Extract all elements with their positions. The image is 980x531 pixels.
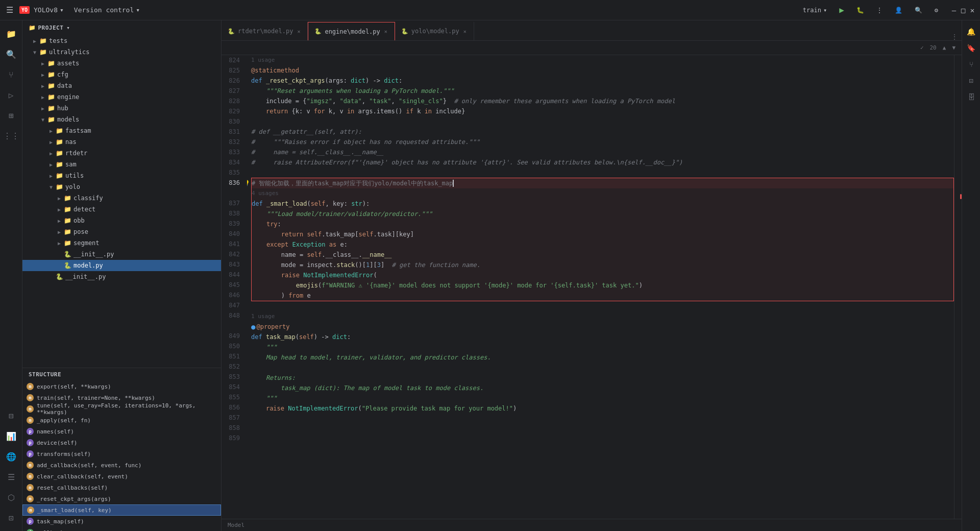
struct-label-smart-load: _smart_load(self, key): [37, 507, 112, 514]
tab-close-rtdetr[interactable]: ✕: [296, 28, 301, 35]
project-label: YOLOv8: [34, 6, 58, 14]
terminal-button[interactable]: ⊡: [964, 74, 978, 88]
user-button[interactable]: 👤: [891, 5, 906, 15]
tree-label-yolo: yolo: [65, 183, 221, 190]
struct-item-export[interactable]: m export(self, **kwargs): [22, 381, 221, 392]
tree-item-engine[interactable]: ▶ 📁 engine: [22, 91, 221, 103]
tab-close-yolo[interactable]: ✕: [462, 28, 468, 35]
close-button[interactable]: ✕: [969, 7, 976, 14]
tree-item-yolo[interactable]: ▼ 📁 yolo: [22, 181, 221, 192]
tree-label-init-models: __init__.py: [65, 273, 221, 280]
struct-item-smart-load[interactable]: m _smart_load(self, key): [22, 504, 221, 516]
activity-item-git[interactable]: ⑂: [2, 65, 20, 84]
tab-engine[interactable]: 🐍 engine\model.py ✕: [308, 22, 395, 40]
struct-item-names[interactable]: p names(self): [22, 426, 221, 437]
struct-item-device[interactable]: p device(self): [22, 437, 221, 448]
tree-item-classify[interactable]: ▶ 📁 classify: [22, 192, 221, 204]
fn-name-826: _reset_ckpt_args: [266, 76, 325, 86]
git-button[interactable]: ⑂: [964, 57, 978, 71]
comment-832: # """Raises error if object has no reque…: [251, 137, 480, 147]
structure-header: Structure: [22, 368, 221, 381]
bookmarks-button[interactable]: 🔖: [964, 41, 978, 55]
tab-rtdetr[interactable]: 🐍 rtdetr\model.py ✕: [222, 22, 308, 40]
line-num-859: 859: [222, 433, 243, 443]
struct-label-tune: tune(self, use_ray=False, iterations=10,…: [37, 402, 217, 416]
activity-item-chart[interactable]: 📊: [2, 427, 20, 445]
notifications-button[interactable]: 🔔: [964, 25, 978, 39]
tree-arrow-data: ▶: [39, 83, 47, 89]
decorator-825: @staticmethod: [251, 65, 299, 76]
struct-item-add-callback[interactable]: m add_callback(self, event, func): [22, 460, 221, 471]
struct-item-clear-callback[interactable]: m clear_callback(self, event): [22, 471, 221, 482]
tree-item-cfg[interactable]: ▶ 📁 cfg: [22, 69, 221, 80]
struct-item-callbacks[interactable]: f callbacks: [22, 527, 221, 531]
minimize-button[interactable]: —: [950, 7, 958, 14]
activity-item-run[interactable]: ▷: [2, 86, 20, 104]
tree-arrow-nas: ▶: [47, 139, 55, 145]
line-num-834: 834: [222, 157, 243, 167]
run-button[interactable]: ▶: [835, 4, 848, 16]
more-options-button[interactable]: ⋮: [872, 5, 887, 15]
tree-item-assets[interactable]: ▶ 📁 assets: [22, 58, 221, 69]
version-control-menu[interactable]: Version control ▾: [74, 6, 140, 14]
debug-button[interactable]: 🐛: [852, 5, 868, 15]
fn-name-837: _smart_load: [266, 199, 307, 209]
method-icon-clear-callback: m: [27, 473, 34, 480]
tree-item-hub[interactable]: ▶ 📁 hub: [22, 103, 221, 114]
tree-item-tests[interactable]: ▶ 📁 tests: [22, 35, 221, 46]
tree-item-detect[interactable]: ▶ 📁 detect: [22, 204, 221, 215]
tree-item-model-py[interactable]: 🐍 model.py: [22, 260, 221, 271]
tree-item-rtdetr[interactable]: ▶ 📁 rtdetr: [22, 148, 221, 159]
zoom-level[interactable]: 20: [928, 43, 939, 52]
maximize-button[interactable]: □: [960, 7, 967, 14]
code-line-830: [251, 116, 954, 127]
method-icon-add-callback: m: [27, 462, 34, 469]
tree-arrow-tests: ▶: [31, 38, 39, 44]
code-line-842: name = self.__class__.__name__: [252, 250, 953, 260]
tree-item-nas[interactable]: ▶ 📁 nas: [22, 136, 221, 148]
struct-item-reset-ckpt[interactable]: m _reset_ckpt_args(args): [22, 493, 221, 504]
tree-item-models[interactable]: ▼ 📁 models: [22, 114, 221, 125]
tree-item-init-py-yolo[interactable]: 🐍 __init__.py: [22, 249, 221, 260]
field-icon-callbacks: f: [27, 529, 34, 531]
tree-item-data[interactable]: ▶ 📁 data: [22, 80, 221, 91]
struct-item-transforms[interactable]: p transforms(self): [22, 448, 221, 460]
menu-button[interactable]: ☰: [4, 3, 15, 17]
code-content[interactable]: 1 usage @staticmethod def _reset_ckpt_ar…: [247, 55, 954, 519]
tree-item-obb[interactable]: ▶ 📁 obb: [22, 215, 221, 226]
tree-item-pose[interactable]: ▶ 📁 pose: [22, 226, 221, 237]
tree-item-utils[interactable]: ▶ 📁 utils: [22, 170, 221, 181]
database-button[interactable]: 🗄: [964, 90, 978, 104]
zoom-down-button[interactable]: ▼: [950, 43, 958, 52]
tab-close-engine[interactable]: ✕: [383, 28, 388, 35]
tree-item-segment[interactable]: ▶ 📁 segment: [22, 237, 221, 249]
tree-item-init-py-models[interactable]: 🐍 __init__.py: [22, 271, 221, 282]
activity-item-unknown1[interactable]: ⋮⋮: [2, 127, 20, 145]
activity-item-globe[interactable]: 🌐: [2, 447, 20, 466]
struct-item-train[interactable]: m train(self, trainer=None, **kwargs): [22, 392, 221, 403]
activity-item-cube[interactable]: ⬡: [2, 488, 20, 506]
train-button[interactable]: train ▾: [799, 5, 831, 15]
line-num-825: 825: [222, 65, 243, 76]
struct-item-tune[interactable]: m tune(self, use_ray=False, iterations=1…: [22, 403, 221, 415]
project-name[interactable]: YOLOv8 ▾: [34, 6, 64, 14]
code-line-857: raise NotImplementedError("Please provid…: [251, 403, 954, 414]
tree-item-fastsam[interactable]: ▶ 📁 fastsam: [22, 125, 221, 136]
tree-item-ultralytics[interactable]: ▼ 📁 ultralytics: [22, 46, 221, 58]
struct-item-reset-callbacks[interactable]: m reset_callbacks(self): [22, 482, 221, 493]
activity-item-search[interactable]: 🔍: [2, 45, 20, 63]
settings-button[interactable]: ⚙: [930, 5, 942, 15]
activity-item-extensions[interactable]: ⊞: [2, 106, 20, 125]
more-tabs-button[interactable]: ⋮: [947, 33, 962, 40]
activity-item-layers[interactable]: ⊟: [2, 406, 20, 425]
activity-item-project[interactable]: 📁: [2, 25, 20, 43]
activity-item-checklist[interactable]: ☰: [2, 468, 20, 486]
struct-item-task-map[interactable]: p task_map(self): [22, 516, 221, 527]
tree-item-sam[interactable]: ▶ 📁 sam: [22, 159, 221, 170]
folder-icon-classify: 📁: [63, 195, 71, 202]
activity-item-terminal[interactable]: ⊡: [2, 509, 20, 527]
tab-yolo[interactable]: 🐍 yolo\model.py ✕: [395, 22, 474, 40]
struct-item-apply[interactable]: m _apply(self, fn): [22, 415, 221, 426]
zoom-up-button[interactable]: ▲: [941, 43, 948, 52]
search-button[interactable]: 🔍: [911, 5, 926, 15]
